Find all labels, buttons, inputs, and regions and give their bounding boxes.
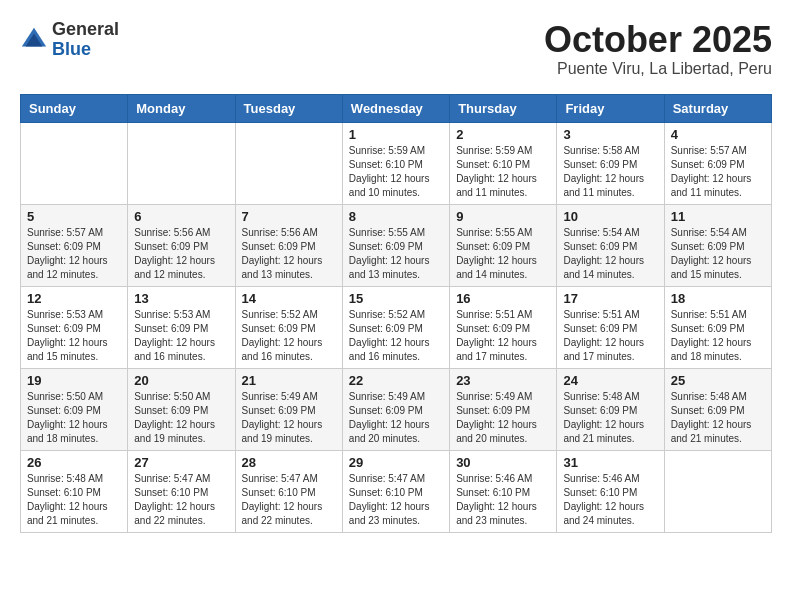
- day-info: Sunrise: 5:53 AM Sunset: 6:09 PM Dayligh…: [134, 308, 228, 364]
- day-info: Sunrise: 5:54 AM Sunset: 6:09 PM Dayligh…: [671, 226, 765, 282]
- calendar-cell: 18Sunrise: 5:51 AM Sunset: 6:09 PM Dayli…: [664, 286, 771, 368]
- calendar-cell: 23Sunrise: 5:49 AM Sunset: 6:09 PM Dayli…: [450, 368, 557, 450]
- day-number: 27: [134, 455, 228, 470]
- calendar-cell: 8Sunrise: 5:55 AM Sunset: 6:09 PM Daylig…: [342, 204, 449, 286]
- calendar-cell: 2Sunrise: 5:59 AM Sunset: 6:10 PM Daylig…: [450, 122, 557, 204]
- day-number: 30: [456, 455, 550, 470]
- calendar-table: SundayMondayTuesdayWednesdayThursdayFrid…: [20, 94, 772, 533]
- day-info: Sunrise: 5:50 AM Sunset: 6:09 PM Dayligh…: [134, 390, 228, 446]
- week-row-5: 26Sunrise: 5:48 AM Sunset: 6:10 PM Dayli…: [21, 450, 772, 532]
- calendar-cell: 16Sunrise: 5:51 AM Sunset: 6:09 PM Dayli…: [450, 286, 557, 368]
- month-title: October 2025: [544, 20, 772, 60]
- calendar-cell: 4Sunrise: 5:57 AM Sunset: 6:09 PM Daylig…: [664, 122, 771, 204]
- day-info: Sunrise: 5:46 AM Sunset: 6:10 PM Dayligh…: [563, 472, 657, 528]
- day-info: Sunrise: 5:55 AM Sunset: 6:09 PM Dayligh…: [456, 226, 550, 282]
- day-number: 12: [27, 291, 121, 306]
- calendar-cell: 3Sunrise: 5:58 AM Sunset: 6:09 PM Daylig…: [557, 122, 664, 204]
- day-number: 26: [27, 455, 121, 470]
- logo-blue-text: Blue: [52, 40, 119, 60]
- weekday-header-saturday: Saturday: [664, 94, 771, 122]
- day-info: Sunrise: 5:58 AM Sunset: 6:09 PM Dayligh…: [563, 144, 657, 200]
- weekday-header-monday: Monday: [128, 94, 235, 122]
- week-row-1: 1Sunrise: 5:59 AM Sunset: 6:10 PM Daylig…: [21, 122, 772, 204]
- calendar-cell: 26Sunrise: 5:48 AM Sunset: 6:10 PM Dayli…: [21, 450, 128, 532]
- day-number: 28: [242, 455, 336, 470]
- calendar-cell: 13Sunrise: 5:53 AM Sunset: 6:09 PM Dayli…: [128, 286, 235, 368]
- week-row-3: 12Sunrise: 5:53 AM Sunset: 6:09 PM Dayli…: [21, 286, 772, 368]
- day-number: 21: [242, 373, 336, 388]
- calendar-cell: [664, 450, 771, 532]
- calendar-cell: 7Sunrise: 5:56 AM Sunset: 6:09 PM Daylig…: [235, 204, 342, 286]
- day-number: 15: [349, 291, 443, 306]
- day-info: Sunrise: 5:52 AM Sunset: 6:09 PM Dayligh…: [349, 308, 443, 364]
- day-info: Sunrise: 5:56 AM Sunset: 6:09 PM Dayligh…: [242, 226, 336, 282]
- weekday-header-tuesday: Tuesday: [235, 94, 342, 122]
- week-row-4: 19Sunrise: 5:50 AM Sunset: 6:09 PM Dayli…: [21, 368, 772, 450]
- day-number: 17: [563, 291, 657, 306]
- weekday-header-thursday: Thursday: [450, 94, 557, 122]
- calendar-cell: 28Sunrise: 5:47 AM Sunset: 6:10 PM Dayli…: [235, 450, 342, 532]
- day-info: Sunrise: 5:51 AM Sunset: 6:09 PM Dayligh…: [671, 308, 765, 364]
- weekday-header-sunday: Sunday: [21, 94, 128, 122]
- calendar-cell: 5Sunrise: 5:57 AM Sunset: 6:09 PM Daylig…: [21, 204, 128, 286]
- calendar-cell: 6Sunrise: 5:56 AM Sunset: 6:09 PM Daylig…: [128, 204, 235, 286]
- day-info: Sunrise: 5:48 AM Sunset: 6:10 PM Dayligh…: [27, 472, 121, 528]
- day-info: Sunrise: 5:57 AM Sunset: 6:09 PM Dayligh…: [671, 144, 765, 200]
- day-number: 10: [563, 209, 657, 224]
- logo-icon: [20, 26, 48, 54]
- day-number: 13: [134, 291, 228, 306]
- calendar-cell: 27Sunrise: 5:47 AM Sunset: 6:10 PM Dayli…: [128, 450, 235, 532]
- day-info: Sunrise: 5:48 AM Sunset: 6:09 PM Dayligh…: [563, 390, 657, 446]
- day-number: 2: [456, 127, 550, 142]
- calendar-cell: 20Sunrise: 5:50 AM Sunset: 6:09 PM Dayli…: [128, 368, 235, 450]
- calendar-cell: 1Sunrise: 5:59 AM Sunset: 6:10 PM Daylig…: [342, 122, 449, 204]
- day-number: 8: [349, 209, 443, 224]
- day-number: 24: [563, 373, 657, 388]
- calendar-cell: 15Sunrise: 5:52 AM Sunset: 6:09 PM Dayli…: [342, 286, 449, 368]
- day-info: Sunrise: 5:47 AM Sunset: 6:10 PM Dayligh…: [134, 472, 228, 528]
- day-info: Sunrise: 5:49 AM Sunset: 6:09 PM Dayligh…: [349, 390, 443, 446]
- day-info: Sunrise: 5:49 AM Sunset: 6:09 PM Dayligh…: [242, 390, 336, 446]
- day-number: 9: [456, 209, 550, 224]
- calendar-cell: [128, 122, 235, 204]
- day-info: Sunrise: 5:47 AM Sunset: 6:10 PM Dayligh…: [349, 472, 443, 528]
- week-row-2: 5Sunrise: 5:57 AM Sunset: 6:09 PM Daylig…: [21, 204, 772, 286]
- day-number: 29: [349, 455, 443, 470]
- day-info: Sunrise: 5:52 AM Sunset: 6:09 PM Dayligh…: [242, 308, 336, 364]
- page-header: General Blue October 2025 Puente Viru, L…: [20, 20, 772, 78]
- day-number: 4: [671, 127, 765, 142]
- day-info: Sunrise: 5:56 AM Sunset: 6:09 PM Dayligh…: [134, 226, 228, 282]
- calendar-cell: 19Sunrise: 5:50 AM Sunset: 6:09 PM Dayli…: [21, 368, 128, 450]
- title-section: October 2025 Puente Viru, La Libertad, P…: [544, 20, 772, 78]
- day-info: Sunrise: 5:55 AM Sunset: 6:09 PM Dayligh…: [349, 226, 443, 282]
- day-number: 22: [349, 373, 443, 388]
- calendar-cell: 22Sunrise: 5:49 AM Sunset: 6:09 PM Dayli…: [342, 368, 449, 450]
- calendar-cell: 9Sunrise: 5:55 AM Sunset: 6:09 PM Daylig…: [450, 204, 557, 286]
- day-number: 25: [671, 373, 765, 388]
- calendar-cell: [235, 122, 342, 204]
- calendar-cell: 17Sunrise: 5:51 AM Sunset: 6:09 PM Dayli…: [557, 286, 664, 368]
- calendar-cell: 11Sunrise: 5:54 AM Sunset: 6:09 PM Dayli…: [664, 204, 771, 286]
- calendar-cell: 12Sunrise: 5:53 AM Sunset: 6:09 PM Dayli…: [21, 286, 128, 368]
- location-subtitle: Puente Viru, La Libertad, Peru: [544, 60, 772, 78]
- logo-general-text: General: [52, 20, 119, 40]
- day-info: Sunrise: 5:57 AM Sunset: 6:09 PM Dayligh…: [27, 226, 121, 282]
- logo: General Blue: [20, 20, 119, 60]
- day-info: Sunrise: 5:51 AM Sunset: 6:09 PM Dayligh…: [563, 308, 657, 364]
- calendar-cell: 14Sunrise: 5:52 AM Sunset: 6:09 PM Dayli…: [235, 286, 342, 368]
- calendar-cell: 21Sunrise: 5:49 AM Sunset: 6:09 PM Dayli…: [235, 368, 342, 450]
- calendar-cell: 25Sunrise: 5:48 AM Sunset: 6:09 PM Dayli…: [664, 368, 771, 450]
- day-info: Sunrise: 5:47 AM Sunset: 6:10 PM Dayligh…: [242, 472, 336, 528]
- day-info: Sunrise: 5:54 AM Sunset: 6:09 PM Dayligh…: [563, 226, 657, 282]
- day-info: Sunrise: 5:50 AM Sunset: 6:09 PM Dayligh…: [27, 390, 121, 446]
- calendar-cell: [21, 122, 128, 204]
- day-info: Sunrise: 5:59 AM Sunset: 6:10 PM Dayligh…: [349, 144, 443, 200]
- calendar-cell: 24Sunrise: 5:48 AM Sunset: 6:09 PM Dayli…: [557, 368, 664, 450]
- calendar-cell: 30Sunrise: 5:46 AM Sunset: 6:10 PM Dayli…: [450, 450, 557, 532]
- calendar-cell: 10Sunrise: 5:54 AM Sunset: 6:09 PM Dayli…: [557, 204, 664, 286]
- day-number: 1: [349, 127, 443, 142]
- calendar-cell: 29Sunrise: 5:47 AM Sunset: 6:10 PM Dayli…: [342, 450, 449, 532]
- day-number: 31: [563, 455, 657, 470]
- calendar-cell: 31Sunrise: 5:46 AM Sunset: 6:10 PM Dayli…: [557, 450, 664, 532]
- day-info: Sunrise: 5:59 AM Sunset: 6:10 PM Dayligh…: [456, 144, 550, 200]
